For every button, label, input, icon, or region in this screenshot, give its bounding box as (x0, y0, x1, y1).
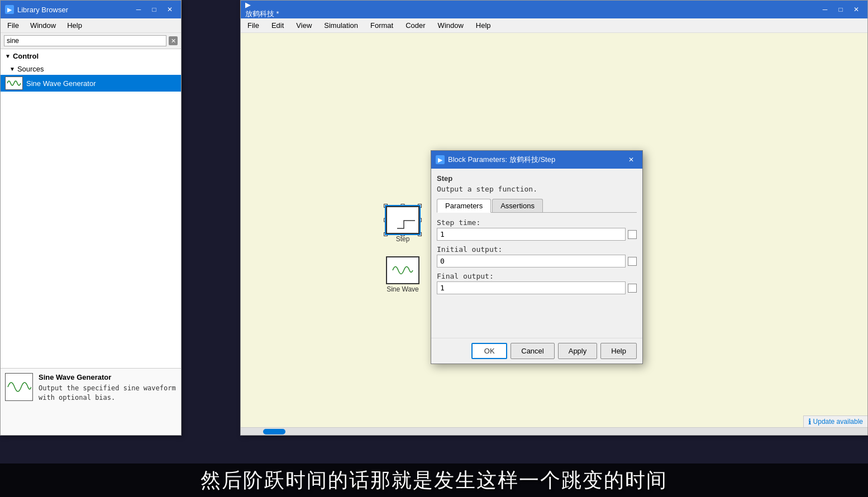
tree-subcategory-sources-label: Sources (17, 65, 44, 73)
step-block-label: Step (396, 235, 410, 243)
sources-collapse-arrow: ▼ (9, 66, 15, 72)
subtitle-text: 然后阶跃时间的话那就是发生这样一个跳变的时间 (201, 467, 667, 494)
dialog-apply-button[interactable]: Apply (558, 343, 598, 359)
dialog-help-button[interactable]: Help (600, 343, 637, 359)
param-checkbox-step-time[interactable] (628, 230, 637, 239)
param-input-step-time[interactable] (437, 228, 626, 241)
main-menu-file[interactable]: File (245, 20, 261, 31)
library-browser-title: Library Browser (17, 6, 68, 14)
dialog-ok-button[interactable]: OK (471, 343, 507, 359)
main-menu-help[interactable]: Help (474, 20, 493, 31)
dialog-close-button[interactable]: ✕ (624, 155, 638, 165)
dialog-spacer (437, 299, 637, 332)
library-browser-close-button[interactable]: ✕ (163, 4, 177, 15)
main-menubar: File Edit View Simulation Format Coder W… (241, 18, 867, 33)
sine-wave-gen-icon (5, 77, 23, 90)
search-clear-button[interactable]: ✕ (169, 36, 178, 45)
param-row-step-time: Step time: (437, 218, 637, 241)
library-preview: Sine Wave Generator Output the specified… (1, 368, 181, 435)
sine-wave-block[interactable]: Sine Wave (386, 256, 419, 293)
lib-menu-window[interactable]: Window (28, 20, 58, 31)
dialog-titlebar: ▶ Block Parameters: 放鹤科技/Step ✕ (431, 151, 642, 169)
preview-desc: Output the specified sine waveform with … (39, 384, 177, 403)
scroll-thumb[interactable] (263, 429, 285, 434)
param-label-final-output: Final output: (437, 272, 637, 280)
dialog-buttons: OK Cancel Apply Help (431, 338, 642, 364)
library-browser-maximize-button[interactable]: □ (147, 4, 161, 15)
param-input-row-final-output (437, 281, 637, 294)
block-parameters-dialog: ▶ Block Parameters: 放鹤科技/Step ✕ Step Out… (431, 150, 643, 364)
param-row-initial-output: Initial output: (437, 245, 637, 267)
library-browser-window-controls: ─ □ ✕ (132, 4, 177, 15)
param-input-row-initial-output (437, 255, 637, 267)
preview-text: Sine Wave Generator Output the specified… (39, 373, 177, 431)
dialog-section-title: Step (437, 174, 637, 183)
preview-title: Sine Wave Generator (39, 373, 177, 381)
param-label-initial-output: Initial output: (437, 245, 637, 254)
tree-group-sources: ▼ Sources Sine Wave Generator (1, 62, 181, 93)
main-menu-simulation[interactable]: Simulation (322, 20, 360, 31)
main-menu-window[interactable]: Window (436, 20, 466, 31)
param-input-row-step-time (437, 228, 637, 241)
tree-group-control: ▼ Control ▼ Sources Sine Wave Generator (1, 49, 181, 94)
main-menu-coder[interactable]: Coder (403, 20, 427, 31)
canvas-area[interactable]: Step Sine Wave ℹ Update available ▶ (241, 33, 867, 435)
library-browser-titlebar: ▶ Library Browser ─ □ ✕ (1, 1, 181, 18)
param-input-final-output[interactable] (437, 281, 626, 294)
main-maximize-button[interactable]: □ (834, 4, 847, 15)
main-simulink-window: ▶ 放鹤科技 * ─ □ ✕ File Edit View Simulation… (240, 0, 868, 436)
update-available-bar: ℹ Update available (803, 415, 867, 427)
sine-wave-block-box (386, 256, 419, 284)
dialog-tabs: Parameters Assertions (437, 199, 637, 213)
tree-category-control-label: Control (13, 52, 39, 60)
library-browser-app-icon: ▶ (5, 5, 14, 14)
tree-item-sine-wave-gen[interactable]: Sine Wave Generator (1, 75, 181, 92)
lib-menu-file[interactable]: File (5, 20, 21, 31)
tree-item-sine-wave-gen-label: Sine Wave Generator (26, 79, 96, 88)
main-minimize-button[interactable]: ─ (818, 4, 832, 15)
dialog-cancel-button[interactable]: Cancel (511, 343, 554, 359)
param-checkbox-final-output[interactable] (628, 284, 637, 293)
control-collapse-arrow: ▼ (5, 53, 11, 59)
main-title: 放鹤科技 * (245, 9, 279, 18)
step-block[interactable]: Step (386, 206, 419, 243)
update-icon: ℹ (808, 417, 811, 426)
main-titlebar: ▶ 放鹤科技 * ─ □ ✕ (241, 1, 867, 18)
library-browser-window: ▶ Library Browser ─ □ ✕ File Window Help… (0, 0, 182, 436)
library-tree: ▼ Control ▼ Sources Sine Wave Generator (1, 49, 181, 368)
main-menu-format[interactable]: Format (368, 20, 395, 31)
main-title-left: ▶ 放鹤科技 * (245, 1, 279, 19)
param-row-final-output: Final output: (437, 272, 637, 294)
step-block-box (386, 206, 419, 234)
tab-assertions[interactable]: Assertions (492, 199, 543, 212)
subtitle-bar: 然后阶跃时间的话那就是发生这样一个跳变的时间 (0, 463, 868, 497)
main-menu-edit[interactable]: Edit (269, 20, 286, 31)
search-input[interactable] (4, 35, 166, 46)
main-window-controls: ─ □ ✕ (818, 4, 863, 15)
update-available-text: Update available (813, 418, 863, 426)
lib-menu-help[interactable]: Help (65, 20, 84, 31)
preview-icon (5, 373, 33, 401)
main-close-button[interactable]: ✕ (850, 4, 863, 15)
param-checkbox-initial-output[interactable] (628, 257, 637, 266)
tab-parameters[interactable]: Parameters (437, 199, 491, 213)
param-input-initial-output[interactable] (437, 255, 626, 267)
search-bar: ✕ (1, 33, 181, 49)
tree-category-control[interactable]: ▼ Control (1, 50, 181, 62)
library-browser-minimize-button[interactable]: ─ (132, 4, 145, 15)
dialog-title: Block Parameters: 放鹤科技/Step (448, 155, 555, 165)
dialog-title-left: ▶ Block Parameters: 放鹤科技/Step (436, 155, 555, 165)
tree-subcategory-sources[interactable]: ▼ Sources (1, 63, 181, 75)
dialog-content: Step Output a step function. Parameters … (431, 169, 642, 338)
horizontal-scrollbar[interactable] (241, 427, 867, 435)
library-browser-menubar: File Window Help (1, 18, 181, 33)
main-app-icon: ▶ (245, 1, 279, 9)
sine-wave-block-label: Sine Wave (387, 285, 419, 293)
dialog-description: Output a step function. (437, 185, 637, 193)
step-block-wrapper (386, 206, 419, 234)
main-menu-view[interactable]: View (294, 20, 314, 31)
dialog-app-icon: ▶ (436, 155, 445, 164)
title-left: ▶ Library Browser (5, 5, 68, 14)
param-label-step-time: Step time: (437, 218, 637, 227)
